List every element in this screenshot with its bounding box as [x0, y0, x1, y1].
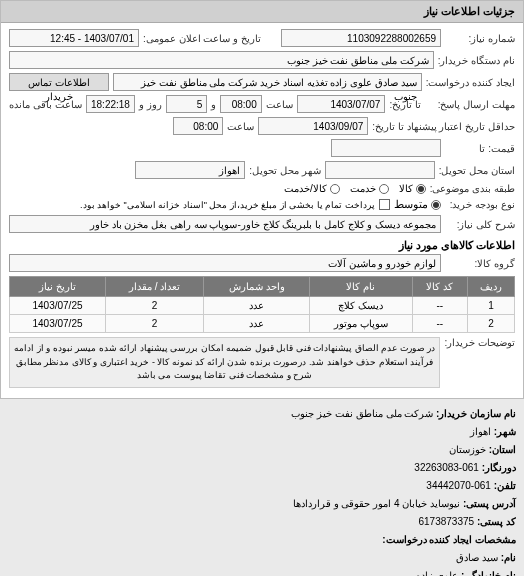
- buy-type-label: نوع بودجه خرید:: [445, 199, 515, 210]
- info-label: نام خانوادگی:: [461, 570, 516, 577]
- info-value: 6173873375: [418, 516, 474, 527]
- radio-goods-label: کالا: [399, 183, 413, 194]
- buy-type-text: پرداخت تمام یا بخشی از مبلغ خرید،از محل …: [80, 200, 375, 210]
- deadline-label: تا تاریخ:: [389, 99, 421, 110]
- radio-both[interactable]: کالا/خدمت: [284, 183, 340, 194]
- cell: --: [412, 297, 467, 315]
- reply-date: 1403/07/07: [297, 95, 386, 113]
- cell: 1403/07/25: [10, 297, 106, 315]
- delivery-city-value: اهواز: [135, 161, 245, 179]
- info-value: اهواز: [470, 426, 491, 437]
- req-no-label: شماره نیاز:: [445, 33, 515, 44]
- radio-service-label: خدمت: [350, 183, 376, 194]
- remain-days: 5: [166, 95, 208, 113]
- info-label: کد پستی:: [477, 516, 516, 527]
- radio-dot-icon: [431, 200, 441, 210]
- info-label: نام سازمان خریدار:: [436, 408, 516, 419]
- info-value: 061-32263083: [414, 462, 479, 473]
- creator-label: ایجاد کننده درخواست:: [426, 77, 515, 88]
- announce-label: تاریخ و ساعت اعلان عمومی:: [143, 33, 261, 44]
- treasury-checkbox[interactable]: [379, 199, 390, 210]
- items-table: ردیف کد کالا نام کالا واحد شمارش تعداد /…: [9, 276, 515, 333]
- cell: عدد: [204, 315, 310, 333]
- info-label: تلفن:: [494, 480, 516, 491]
- items-section-title: اطلاعات کالاهای مورد نیاز: [9, 239, 515, 252]
- remain-suffix: ساعت باقی مانده: [9, 99, 82, 110]
- info-label: مشخصات ایجاد کننده درخواست:: [382, 534, 516, 545]
- org-name-label: نام دستگاه خریدار:: [438, 55, 515, 66]
- th-code: کد کالا: [412, 277, 467, 297]
- delivery-city-label: شهر محل تحویل:: [249, 165, 320, 176]
- validity-label: حداقل تاریخ اعتبار پیشنهاد تا تاریخ:: [372, 121, 515, 132]
- org-name-value: شرکت ملی مناطق نفت خیز جنوب: [9, 51, 434, 69]
- th-unit: واحد شمارش: [204, 277, 310, 297]
- cell: عدد: [204, 297, 310, 315]
- info-value: 061-34442070: [426, 480, 491, 491]
- info-value: شرکت ملی مناطق نفت خیز جنوب: [291, 408, 433, 419]
- estan-label: استان محل تحویل:: [439, 165, 515, 176]
- desc-value: مجموعه دیسک و کلاج کامل با بلبرینگ کلاج …: [9, 215, 441, 233]
- group-value: لوازم خودرو و ماشین آلات: [9, 254, 441, 272]
- cell: دیسک کلاچ: [310, 297, 412, 315]
- th-date: تاریخ نیاز: [10, 277, 106, 297]
- category-radio-group: کالا خدمت کالا/خدمت: [284, 183, 426, 194]
- radio-dot-icon: [416, 184, 426, 194]
- validity-date: 1403/09/07: [258, 117, 368, 135]
- reply-time: 08:00: [220, 95, 262, 113]
- th-row: ردیف: [467, 277, 514, 297]
- saat-label-2: ساعت: [227, 121, 254, 132]
- contact-button[interactable]: اطلاعات تماس خریدار: [9, 73, 109, 91]
- info-label: استان:: [489, 444, 516, 455]
- radio-service[interactable]: خدمت: [350, 183, 389, 194]
- saat-label-1: ساعت: [266, 99, 293, 110]
- info-value: نیوساید خیابان 4 امور حقوقی و قراردادها: [293, 498, 460, 509]
- remain-time: 18:22:18: [86, 95, 135, 113]
- remain-and: و: [211, 99, 216, 110]
- budget-label: طبقه بندی موضوعی:: [430, 183, 515, 194]
- info-value: سید صادق: [456, 552, 498, 563]
- buyer-note-label: توضیحات خریدار:: [444, 337, 515, 348]
- group-label: گروه کالا:: [445, 258, 515, 269]
- info-value: علوی زاده: [416, 570, 458, 577]
- info-label: آدرس پستی:: [463, 498, 516, 509]
- radio-dot-icon: [379, 184, 389, 194]
- table-row: 1 -- دیسک کلاچ عدد 2 1403/07/25: [10, 297, 515, 315]
- buyer-note-text: در صورت عدم الصاق پیشنهادات فنی قابل قبو…: [9, 337, 440, 388]
- remain-days-text: روز و: [139, 99, 162, 110]
- cell: 2: [106, 315, 204, 333]
- req-no-value: 1103092288002659: [281, 29, 441, 47]
- desc-label: شرح کلی نیاز:: [445, 219, 515, 230]
- price-value: [331, 139, 441, 157]
- cell: 2: [467, 315, 514, 333]
- estan-value: [325, 161, 435, 179]
- cell: 2: [106, 297, 204, 315]
- radio-dot-icon: [330, 184, 340, 194]
- radio-both-label: کالا/خدمت: [284, 183, 327, 194]
- cell: --: [412, 315, 467, 333]
- th-qty: تعداد / مقدار: [106, 277, 204, 297]
- radio-goods[interactable]: کالا: [399, 183, 426, 194]
- panel-header: جزئیات اطلاعات نیاز: [1, 1, 523, 23]
- announce-value: 1403/07/01 - 12:45: [9, 29, 139, 47]
- info-list: نام سازمان خریدار: شرکت ملی مناطق نفت خی…: [0, 399, 524, 577]
- reply-deadline-label: مهلت ارسال پاسخ:: [425, 99, 515, 110]
- radio-mid[interactable]: متوسط: [394, 198, 441, 211]
- creator-value: سید صادق علوی زاده تغذیه اسناد خرید شرکت…: [113, 73, 422, 91]
- price-label: قیمت: تا: [445, 143, 515, 154]
- info-value: خوزستان: [449, 444, 486, 455]
- radio-mid-label: متوسط: [394, 198, 428, 211]
- cell: 1403/07/25: [10, 315, 106, 333]
- th-name: نام کالا: [310, 277, 412, 297]
- validity-time: 08:00: [173, 117, 223, 135]
- info-label: شهر:: [494, 426, 516, 437]
- cell: 1: [467, 297, 514, 315]
- info-label: دورنگار:: [482, 462, 516, 473]
- table-row: 2 -- سوپاپ موتور عدد 2 1403/07/25: [10, 315, 515, 333]
- cell: سوپاپ موتور: [310, 315, 412, 333]
- info-label: نام:: [501, 552, 516, 563]
